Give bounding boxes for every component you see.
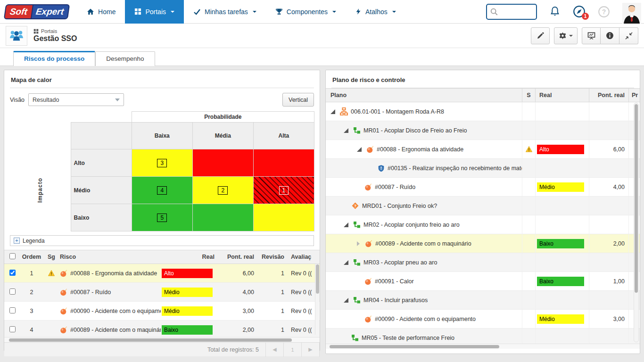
expand-icon[interactable] bbox=[344, 260, 348, 265]
col-pont-real[interactable]: Pont. real bbox=[227, 254, 261, 260]
people-icon bbox=[8, 28, 25, 43]
col-sg[interactable]: Sg bbox=[43, 254, 60, 260]
row-checkbox[interactable] bbox=[9, 326, 16, 332]
global-search[interactable] bbox=[486, 4, 537, 20]
heatmap-cell-medio-media[interactable]: 2 bbox=[192, 177, 253, 204]
view-select[interactable]: Resultado bbox=[28, 93, 124, 106]
horizontal-scrollbar[interactable] bbox=[4, 337, 320, 342]
scrollbar-thumb[interactable] bbox=[316, 264, 319, 294]
guide-button[interactable]: 1 bbox=[573, 5, 586, 18]
vertical-scrollbar[interactable] bbox=[315, 264, 319, 335]
severity-tag: Médio bbox=[162, 288, 213, 297]
pencil-icon bbox=[537, 32, 544, 40]
plan-tree-row[interactable]: #00135 - Realizar inspeção no recebiment… bbox=[326, 159, 640, 178]
expand-icon[interactable] bbox=[344, 298, 348, 303]
heatmap-cell-alto-media[interactable] bbox=[192, 149, 253, 177]
scrollbar-thumb[interactable] bbox=[9, 338, 292, 342]
heatmap-cell-baixo-media[interactable] bbox=[192, 204, 253, 231]
collapse-button[interactable] bbox=[619, 27, 638, 44]
row-checkbox[interactable] bbox=[9, 270, 16, 276]
table-row[interactable]: 2 #00087 - Ruído Médio 4,00 1 Rev 0 (( bbox=[4, 283, 320, 302]
col-risco[interactable]: Risco bbox=[60, 254, 161, 260]
col-s[interactable]: S bbox=[522, 89, 535, 102]
plan-tree-row[interactable]: ? MRD01 - Conjunto Freio ok? bbox=[326, 197, 640, 215]
logo-soft: Soft bbox=[4, 4, 33, 19]
risk-icon bbox=[364, 315, 372, 323]
nav-item-home[interactable]: Home bbox=[77, 0, 125, 24]
expand-icon[interactable] bbox=[330, 109, 335, 114]
horizontal-scrollbar[interactable] bbox=[326, 344, 640, 349]
col-real[interactable]: Real bbox=[535, 89, 589, 102]
nav-item-atalhos[interactable]: Atalhos bbox=[346, 0, 405, 24]
plan-tree-row[interactable]: #00088 - Ergonomia da atividade Alto 6,0… bbox=[326, 140, 640, 159]
row-checkbox[interactable] bbox=[9, 288, 16, 295]
notifications-button[interactable] bbox=[549, 6, 561, 18]
portal-app-icon[interactable] bbox=[6, 26, 27, 46]
col-plano[interactable]: Plano bbox=[326, 92, 522, 99]
plan-tree-row[interactable]: #00090 - Acidente com o equipamento Médi… bbox=[326, 310, 640, 329]
search-input[interactable] bbox=[498, 8, 531, 15]
col-pr[interactable]: Pr bbox=[628, 89, 640, 102]
expand-icon[interactable] bbox=[357, 241, 360, 246]
severity-tag: Médio bbox=[537, 314, 584, 324]
scrollbar-thumb[interactable] bbox=[330, 345, 499, 348]
col-avaliacao[interactable]: Avaliaç bbox=[288, 254, 320, 260]
nav-item-minhas-tarefas[interactable]: Minhas tarefas bbox=[184, 0, 266, 24]
expand-icon[interactable] bbox=[344, 222, 348, 227]
tab-desempenho[interactable]: Desempenho bbox=[95, 51, 155, 66]
heatmap-controls: Visão Resultado Vertical bbox=[4, 88, 320, 110]
select-all-checkbox[interactable] bbox=[9, 253, 16, 259]
chevron-down-icon bbox=[392, 11, 396, 13]
heatmap-cell-alto-baixa[interactable]: 3 bbox=[132, 149, 192, 177]
col-pont-real[interactable]: Pont. real bbox=[589, 89, 628, 102]
col-ordem[interactable]: Ordem bbox=[20, 254, 43, 260]
table-row[interactable]: 4 #00089 - Acidente com o maquinário Bai… bbox=[4, 321, 320, 337]
table-row[interactable]: 3 #00090 - Acidente com o equipamento Mé… bbox=[4, 302, 320, 321]
nav-item-portais[interactable]: Portais bbox=[125, 0, 184, 24]
nav-item-label: Portais bbox=[145, 8, 166, 16]
plan-tree-table: Plano S Real Pont. real Pr 006.01-001 - … bbox=[326, 88, 640, 349]
help-button[interactable]: ? bbox=[598, 6, 610, 18]
expand-plus-icon[interactable] bbox=[14, 238, 20, 244]
edit-button[interactable] bbox=[531, 27, 550, 44]
user-avatar[interactable] bbox=[622, 3, 641, 24]
plan-tree-row[interactable]: MR02 - Acoplar conjunto freio ao aro bbox=[326, 215, 640, 234]
plan-tree-row[interactable]: 006.01-001 - Montagem Roda A-R8 bbox=[326, 102, 640, 121]
heatmap-cell-baixo-alta[interactable] bbox=[253, 204, 314, 231]
breadcrumb: Portais Gestão SSO bbox=[33, 28, 77, 43]
settings-button[interactable] bbox=[554, 27, 578, 44]
heatmap-row-baixo: Baixo bbox=[71, 204, 132, 231]
plan-tree-row[interactable]: MR03 - Acoplar pneu ao aro bbox=[326, 253, 640, 272]
plan-tree-row[interactable]: #00091 - Calor Baixo 1,00 bbox=[326, 272, 640, 291]
breadcrumb-parent[interactable]: Portais bbox=[41, 28, 57, 34]
tab-riscos-do-processo[interactable]: Riscos do processo bbox=[13, 51, 95, 66]
heatmap-cell-baixo-baixa[interactable]: 5 bbox=[132, 204, 192, 231]
severity-tag: Alto bbox=[537, 145, 584, 154]
expand-icon[interactable] bbox=[357, 147, 362, 152]
row-checkbox[interactable] bbox=[9, 307, 16, 313]
legend-expander[interactable]: Legenda bbox=[10, 235, 314, 246]
plan-tree-row[interactable]: #00087 - Ruído Médio 4,00 bbox=[326, 178, 640, 197]
heatmap-cell-medio-baixa[interactable]: 4 bbox=[132, 177, 192, 204]
table-row[interactable]: 1 #00088 - Ergonomia da atividade Alto 6… bbox=[4, 264, 320, 283]
heatmap-cell-alto-alta[interactable] bbox=[253, 149, 314, 177]
orientation-button[interactable]: Vertical bbox=[282, 93, 314, 107]
nav-item-componentes[interactable]: Componentes bbox=[266, 0, 346, 24]
col-real[interactable]: Real bbox=[161, 254, 227, 260]
process-icon bbox=[340, 107, 348, 115]
col-revisao[interactable]: Revisão bbox=[261, 254, 288, 260]
next-page-button[interactable]: ▶ bbox=[302, 343, 320, 357]
prev-page-button[interactable]: ◀ bbox=[266, 343, 284, 357]
expand-icon[interactable] bbox=[344, 128, 348, 133]
heatmap-cell-medio-alta[interactable]: 1 bbox=[253, 177, 314, 204]
softexpert-logo[interactable]: Soft Expert bbox=[5, 4, 69, 19]
risk-icon bbox=[60, 288, 67, 296]
plan-tree-row[interactable]: MR04 - Incluir parafusos bbox=[326, 291, 640, 310]
plan-tree-row[interactable]: MR01 - Acoplar Disco de Freio ao Freio bbox=[326, 121, 640, 140]
plan-tree-row[interactable]: #00089 - Acidente com o maquinário Baixo… bbox=[326, 234, 640, 253]
scrollbar-thumb[interactable] bbox=[635, 104, 638, 293]
info-button[interactable] bbox=[601, 27, 619, 44]
presentation-button[interactable] bbox=[582, 27, 601, 44]
plan-tree-row[interactable]: MR05 - Teste de performance Freio bbox=[326, 329, 640, 344]
vertical-scrollbar[interactable] bbox=[634, 103, 639, 342]
